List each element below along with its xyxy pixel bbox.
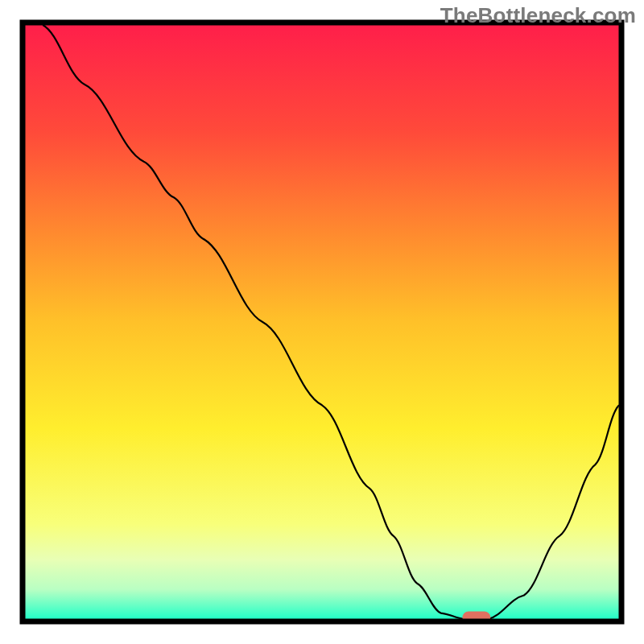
chart-canvas [0, 0, 644, 644]
chart-background-gradient [25, 25, 619, 619]
watermark-label: TheBottleneck.com [440, 3, 636, 28]
bottleneck-chart: TheBottleneck.com [0, 0, 644, 644]
